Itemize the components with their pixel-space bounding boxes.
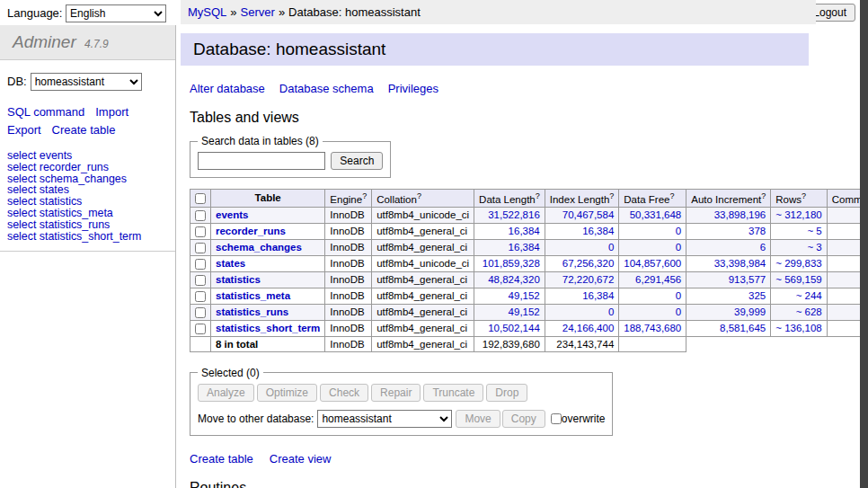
help-link[interactable]: ? bbox=[536, 191, 540, 200]
cell-data-length-link[interactable]: 49,152 bbox=[509, 306, 540, 317]
cell-data-length-link[interactable]: 101,859,328 bbox=[483, 258, 540, 269]
cell-auto-increment-link[interactable]: 33,398,984 bbox=[714, 258, 766, 269]
copy-button[interactable]: Copy bbox=[502, 410, 545, 428]
cell-rows: ~ 569,159 bbox=[771, 271, 827, 288]
cell-rows: ~ 299,833 bbox=[771, 255, 827, 271]
table-link-statistics-runs[interactable]: statistics_runs bbox=[216, 306, 288, 317]
move-button[interactable]: Move bbox=[456, 410, 500, 428]
cell-index-length-link[interactable]: 16,384 bbox=[582, 290, 614, 301]
row-checkbox[interactable] bbox=[195, 210, 206, 221]
link-create-table[interactable]: Create table bbox=[190, 452, 253, 466]
link-create-view[interactable]: Create view bbox=[270, 452, 332, 466]
breadcrumb-mysql[interactable]: MySQL bbox=[188, 5, 226, 19]
col-header-data-free: Data Free? bbox=[619, 190, 686, 208]
search-button[interactable]: Search bbox=[331, 152, 383, 170]
table-link-states[interactable]: states bbox=[216, 258, 245, 269]
table-link-statistics-short-term[interactable]: statistics_short_term bbox=[216, 323, 320, 333]
cell-auto-increment-link[interactable]: 378 bbox=[748, 226, 766, 236]
repair-button[interactable]: Repair bbox=[371, 384, 421, 402]
total-engine: InnoDB bbox=[325, 336, 372, 351]
cell-index-length-link[interactable]: 70,467,584 bbox=[562, 209, 615, 220]
cell-index-length-link[interactable]: 72,220,672 bbox=[562, 274, 615, 285]
table-link-statistics[interactable]: statistics bbox=[216, 274, 261, 285]
row-checkbox[interactable] bbox=[195, 243, 206, 253]
row-checkbox[interactable] bbox=[195, 291, 206, 302]
cell-auto-increment-link[interactable]: 33,898,196 bbox=[714, 209, 766, 220]
cell-auto-increment-link[interactable]: 325 bbox=[748, 290, 766, 301]
app-logo[interactable]: Adminer 4.7.9 bbox=[0, 25, 175, 60]
cell-data-length-link[interactable]: 10,502,144 bbox=[488, 323, 540, 333]
table-link-schema-changes[interactable]: schema_changes bbox=[216, 242, 302, 253]
drop-button[interactable]: Drop bbox=[486, 384, 527, 402]
cell-data-length-link[interactable]: 16,384 bbox=[509, 226, 540, 236]
breadcrumb-server[interactable]: Server bbox=[241, 5, 275, 19]
sidebar-link-sql-command[interactable]: SQL command bbox=[7, 105, 84, 119]
help-link[interactable]: ? bbox=[802, 191, 806, 200]
row-checkbox[interactable] bbox=[195, 226, 206, 237]
cell-data-free-link[interactable]: 6,291,456 bbox=[635, 274, 681, 285]
row-checkbox[interactable] bbox=[195, 275, 206, 286]
cell-index-length-link[interactable]: 0 bbox=[608, 242, 614, 253]
overwrite-checkbox[interactable] bbox=[551, 413, 562, 424]
action-alter-database[interactable]: Alter database bbox=[190, 82, 265, 95]
analyze-button[interactable]: Analyze bbox=[198, 384, 254, 402]
truncate-button[interactable]: Truncate bbox=[423, 384, 483, 402]
cell-index-length-link[interactable]: 0 bbox=[608, 306, 614, 317]
cell-data-length-link[interactable]: 48,824,320 bbox=[488, 274, 540, 285]
table-link-events[interactable]: events bbox=[216, 209, 248, 220]
cell-data-length-link[interactable]: 31,522,816 bbox=[488, 209, 540, 220]
row-checkbox[interactable] bbox=[195, 324, 206, 334]
app-name[interactable]: Adminer bbox=[13, 32, 76, 51]
cell-auto-increment-link[interactable]: 8,581,645 bbox=[720, 323, 766, 333]
search-input[interactable] bbox=[198, 152, 325, 170]
optimize-button[interactable]: Optimize bbox=[257, 384, 317, 402]
help-link[interactable]: ? bbox=[417, 191, 421, 200]
help-link[interactable]: ? bbox=[669, 191, 674, 200]
check-button[interactable]: Check bbox=[320, 384, 368, 402]
cell-data-free-link[interactable]: 104,857,600 bbox=[624, 258, 681, 269]
cell-rows-link[interactable]: ~ 3 bbox=[807, 242, 821, 253]
row-checkbox[interactable] bbox=[195, 307, 206, 318]
cell-data-length-link[interactable]: 16,384 bbox=[509, 242, 540, 253]
cell-index-length-link[interactable]: 24,166,400 bbox=[562, 323, 615, 333]
select-all-checkbox[interactable] bbox=[195, 193, 206, 204]
cell-rows-link[interactable]: ~ 136,108 bbox=[775, 323, 821, 333]
cell-index-length: 0 bbox=[545, 239, 619, 255]
cell-data-free-link[interactable]: 0 bbox=[676, 306, 681, 317]
sidebar-link-import[interactable]: Import bbox=[95, 105, 128, 119]
cell-data-free-link[interactable]: 188,743,680 bbox=[624, 323, 681, 333]
cell-data-free: 0 bbox=[619, 239, 686, 255]
table-link-statistics-meta[interactable]: statistics_meta bbox=[216, 290, 290, 301]
cell-rows-link[interactable]: ~ 312,180 bbox=[775, 209, 821, 220]
row-checkbox[interactable] bbox=[195, 259, 206, 270]
cell-index-length-link[interactable]: 16,384 bbox=[582, 226, 614, 236]
help-link[interactable]: ? bbox=[761, 191, 766, 200]
cell-data-free-link[interactable]: 0 bbox=[676, 242, 681, 253]
cell-rows-link[interactable]: ~ 628 bbox=[796, 306, 822, 317]
cell-auto-increment-link[interactable]: 6 bbox=[760, 242, 766, 253]
move-db-select[interactable]: homeassistant bbox=[317, 410, 452, 428]
sidebar-link-create-table[interactable]: Create table bbox=[52, 123, 116, 137]
cell-data-free-link[interactable]: 0 bbox=[676, 226, 681, 236]
help-link[interactable]: ? bbox=[362, 191, 367, 200]
db-select[interactable]: homeassistant bbox=[31, 73, 142, 91]
cell-data-free-link[interactable]: 0 bbox=[676, 290, 681, 301]
table-link-recorder-runs[interactable]: recorder_runs bbox=[216, 226, 286, 236]
cell-collation: utf8mb4_general_ci bbox=[372, 223, 474, 239]
cell-auto-increment-link[interactable]: 39,999 bbox=[734, 306, 766, 317]
cell-auto-increment-link[interactable]: 913,577 bbox=[729, 274, 766, 285]
cell-rows-link[interactable]: ~ 569,159 bbox=[775, 274, 821, 285]
cell-index-length-link[interactable]: 67,256,320 bbox=[562, 258, 615, 269]
scrollbar[interactable] bbox=[860, 0, 868, 488]
sidebar-link-export[interactable]: Export bbox=[7, 123, 41, 137]
cell-rows-link[interactable]: ~ 5 bbox=[807, 226, 821, 236]
cell-data-length-link[interactable]: 49,152 bbox=[509, 290, 540, 301]
cell-rows-link[interactable]: ~ 299,833 bbox=[775, 258, 821, 269]
sidebar-select-statistics-short-term[interactable]: select statistics_short_term bbox=[7, 230, 141, 243]
help-link[interactable]: ? bbox=[609, 191, 614, 200]
language-select[interactable]: English bbox=[66, 4, 166, 22]
action-database-schema[interactable]: Database schema bbox=[279, 82, 374, 95]
cell-data-free-link[interactable]: 50,331,648 bbox=[630, 209, 682, 220]
action-privileges[interactable]: Privileges bbox=[388, 82, 438, 95]
cell-rows-link[interactable]: ~ 244 bbox=[796, 290, 822, 301]
